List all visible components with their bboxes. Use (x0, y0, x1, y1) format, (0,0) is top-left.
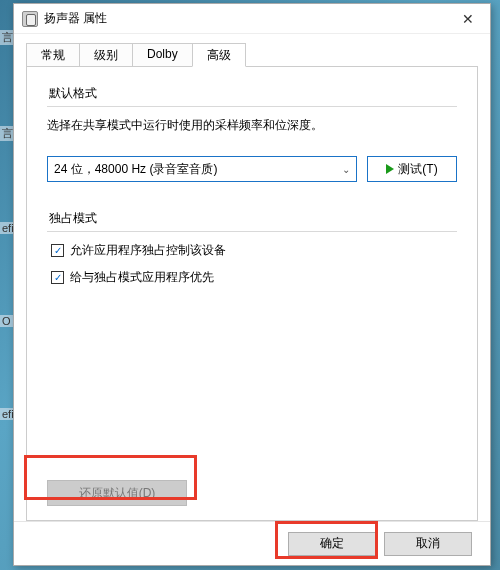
tab-levels[interactable]: 级别 (79, 43, 133, 67)
checkbox-priority[interactable]: ✓ (51, 271, 64, 284)
checkbox-row-allow-exclusive: ✓ 允许应用程序独占控制该设备 (47, 242, 457, 259)
tab-panel-advanced: 默认格式 选择在共享模式中运行时使用的采样频率和位深度。 24 位，48000 … (26, 66, 478, 521)
ok-button[interactable]: 确定 (288, 532, 376, 556)
restore-defaults-button[interactable]: 还原默认值(D) (47, 480, 187, 506)
checkbox-allow-exclusive[interactable]: ✓ (51, 244, 64, 257)
window-title: 扬声器 属性 (44, 10, 445, 27)
exclusive-mode-group: ✓ 允许应用程序独占控制该设备 ✓ 给与独占模式应用程序优先 (47, 231, 457, 286)
speaker-icon (22, 11, 38, 27)
close-button[interactable]: ✕ (445, 4, 490, 34)
dialog-button-row: 确定 取消 (14, 521, 490, 565)
tab-dolby[interactable]: Dolby (132, 43, 193, 67)
play-icon (386, 164, 394, 174)
test-button[interactable]: 测试(T) (367, 156, 457, 182)
format-select[interactable]: 24 位，48000 Hz (录音室音质) ⌄ (47, 156, 357, 182)
titlebar: 扬声器 属性 ✕ (14, 4, 490, 34)
tab-advanced[interactable]: 高级 (192, 43, 246, 67)
background-fragments: 言 言 efi O efi (0, 0, 13, 570)
tab-container: 常规 级别 Dolby 高级 默认格式 选择在共享模式中运行时使用的采样频率和位… (14, 34, 490, 521)
close-icon: ✕ (462, 11, 474, 27)
checkbox-row-priority: ✓ 给与独占模式应用程序优先 (47, 269, 457, 286)
default-format-description: 选择在共享模式中运行时使用的采样频率和位深度。 (47, 117, 457, 134)
tab-general[interactable]: 常规 (26, 43, 80, 67)
default-format-group: 选择在共享模式中运行时使用的采样频率和位深度。 24 位，48000 Hz (录… (47, 106, 457, 182)
checkbox-label: 给与独占模式应用程序优先 (70, 269, 214, 286)
checkbox-label: 允许应用程序独占控制该设备 (70, 242, 226, 259)
cancel-button[interactable]: 取消 (384, 532, 472, 556)
test-button-label: 测试(T) (398, 161, 437, 178)
properties-dialog: 扬声器 属性 ✕ 常规 级别 Dolby 高级 默认格式 选择在共享模式中运行时… (13, 3, 491, 566)
exclusive-mode-label: 独占模式 (47, 210, 457, 227)
default-format-label: 默认格式 (47, 85, 457, 102)
chevron-down-icon: ⌄ (342, 164, 350, 175)
format-selected-value: 24 位，48000 Hz (录音室音质) (54, 161, 217, 178)
tab-strip: 常规 级别 Dolby 高级 (26, 42, 478, 66)
